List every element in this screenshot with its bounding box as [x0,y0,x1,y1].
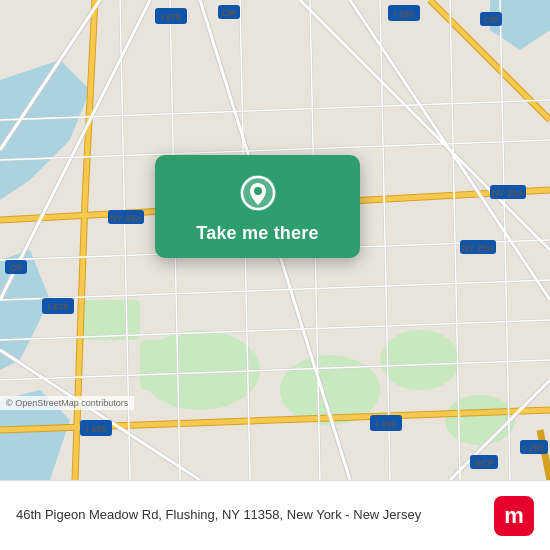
svg-text:NY 25A: NY 25A [492,188,524,198]
svg-text:I 295: I 295 [524,443,544,453]
address-text: 46th Pigeon Meadow Rd, Flushing, NY 1135… [16,506,494,524]
svg-text:NY 25A: NY 25A [110,213,142,223]
svg-text:CIP: CIP [221,8,236,18]
svg-rect-6 [140,340,220,390]
copyright-notice: © OpenStreetMap contributors [0,396,134,410]
copyright-text: © OpenStreetMap contributors [6,398,128,408]
svg-text:I 495: I 495 [376,419,396,429]
moovit-icon: m [494,496,534,536]
svg-point-90 [254,187,262,195]
svg-text:I 495: I 495 [86,424,106,434]
svg-text:I 678: I 678 [48,302,68,312]
map-card: Take me there [155,155,360,258]
take-me-there-button[interactable]: Take me there [196,223,318,244]
svg-text:I 295: I 295 [394,9,414,19]
svg-text:NY 25A: NY 25A [462,243,494,253]
location-pin-icon [238,173,278,213]
svg-point-9 [445,395,515,445]
svg-text:CIP: CIP [483,15,498,25]
moovit-letter: m [504,503,524,529]
svg-text:CP: CP [10,263,23,273]
svg-text:GCP: GCP [474,458,494,468]
info-bar: 46th Pigeon Meadow Rd, Flushing, NY 1135… [0,480,550,550]
svg-text:I 678: I 678 [161,12,181,22]
map-container: I 678 I 295 CIP CIP NY 25A NY 25A NY 25A… [0,0,550,480]
moovit-logo: m [494,496,534,536]
svg-point-7 [380,330,460,390]
